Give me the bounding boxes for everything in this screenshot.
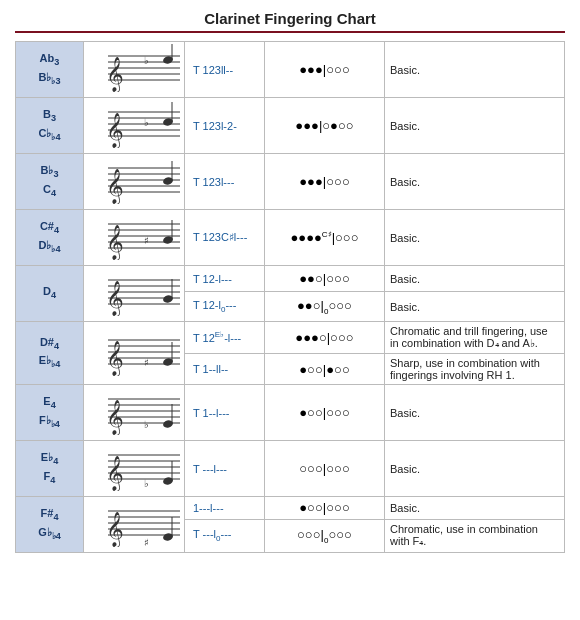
svg-text:𝄞: 𝄞 <box>106 400 124 435</box>
svg-text:𝄞: 𝄞 <box>106 169 124 204</box>
staff-notation: 𝄞 ♯ <box>84 322 185 385</box>
note-description: Basic. <box>385 210 565 266</box>
staff-notation: 𝄞 ♭ <box>84 98 185 154</box>
svg-text:♭: ♭ <box>144 117 149 128</box>
svg-text:𝄞: 𝄞 <box>106 456 124 491</box>
fingering-notation: T 123l--- <box>185 154 265 210</box>
note-label: D4 <box>16 266 84 322</box>
fingering-notation: T 123ll-- <box>185 42 265 98</box>
note-description: Chromatic, use in combination with F₄. <box>385 519 565 552</box>
fingering-diagram: ●○○|●○○ <box>265 354 385 385</box>
fingering-diagram: ○○○|0○○○ <box>265 519 385 552</box>
note-description: Basic. <box>385 292 565 322</box>
fingering-diagram: ●●●|○○○ <box>265 42 385 98</box>
note-description: Basic. <box>385 266 565 292</box>
svg-text:𝄞: 𝄞 <box>106 341 124 376</box>
svg-text:♯: ♯ <box>144 357 149 368</box>
fingering-diagram: ●●●●C♯|○○○ <box>265 210 385 266</box>
note-label: B♭3C4 <box>16 154 84 210</box>
table-row: D#4E♭♭4 𝄞 ♯ T 12E♭-l---●●●○|○○○Chromatic… <box>16 322 565 354</box>
fingering-diagram: ●●●○|○○○ <box>265 322 385 354</box>
fingering-notation: T 123l-2- <box>185 98 265 154</box>
fingering-table: Ab3B♭♭3 𝄞 ♭ T 123ll--●●●|○○○Basic.B3C♭♭4… <box>15 41 565 553</box>
note-label: F#4G♭♭4 <box>16 497 84 553</box>
table-row: D4 𝄞 T 12-l---●●○|○○○Basic. <box>16 266 565 292</box>
fingering-notation: T ---l0--- <box>185 519 265 552</box>
staff-notation: 𝄞 ♯ <box>84 497 185 553</box>
note-label: B3C♭♭4 <box>16 98 84 154</box>
note-description: Chromatic and trill fingering, use in co… <box>385 322 565 354</box>
table-row: B3C♭♭4 𝄞 ♭ T 123l-2-●●●|○●○○Basic. <box>16 98 565 154</box>
fingering-notation: T 12-l0--- <box>185 292 265 322</box>
fingering-notation: T 123C♯l--- <box>185 210 265 266</box>
fingering-diagram: ●○○|○○○ <box>265 497 385 520</box>
note-label: D#4E♭♭4 <box>16 322 84 385</box>
table-row: B♭3C4 𝄞 T 123l---●●●|○○○Basic. <box>16 154 565 210</box>
fingering-diagram: ○○○|○○○ <box>265 441 385 497</box>
table-row: E4F♭♭4 𝄞 ♭ T 1--l---●○○|○○○Basic. <box>16 385 565 441</box>
note-description: Sharp, use in combination with fingering… <box>385 354 565 385</box>
fingering-notation: T 1--ll-- <box>185 354 265 385</box>
fingering-diagram: ●●●|○●○○ <box>265 98 385 154</box>
svg-text:♯: ♯ <box>144 537 149 547</box>
staff-notation: 𝄞 ♯ <box>84 210 185 266</box>
fingering-diagram: ●●○|○○○ <box>265 266 385 292</box>
table-row: F#4G♭♭4 𝄞 ♯ 1---l---●○○|○○○Basic. <box>16 497 565 520</box>
svg-text:♯: ♯ <box>144 235 149 246</box>
fingering-diagram: ●●○|0○○○ <box>265 292 385 322</box>
svg-text:𝄞: 𝄞 <box>106 225 124 260</box>
fingering-notation: 1---l--- <box>185 497 265 520</box>
note-description: Basic. <box>385 154 565 210</box>
svg-text:♭: ♭ <box>144 478 149 489</box>
staff-notation: 𝄞 <box>84 154 185 210</box>
fingering-notation: T 1--l--- <box>185 385 265 441</box>
table-row: Ab3B♭♭3 𝄞 ♭ T 123ll--●●●|○○○Basic. <box>16 42 565 98</box>
staff-notation: 𝄞 <box>84 266 185 322</box>
svg-text:♭: ♭ <box>144 419 149 430</box>
note-label: E4F♭♭4 <box>16 385 84 441</box>
svg-text:♭: ♭ <box>144 55 149 66</box>
svg-text:𝄞: 𝄞 <box>106 57 124 92</box>
note-description: Basic. <box>385 497 565 520</box>
fingering-diagram: ●●●|○○○ <box>265 154 385 210</box>
fingering-notation: T 12E♭-l--- <box>185 322 265 354</box>
staff-notation: 𝄞 ♭ <box>84 42 185 98</box>
page: Clarinet Fingering Chart Ab3B♭♭3 𝄞 ♭ T 1… <box>0 0 580 563</box>
fingering-notation: T ---l--- <box>185 441 265 497</box>
page-title: Clarinet Fingering Chart <box>15 10 565 33</box>
fingering-diagram: ●○○|○○○ <box>265 385 385 441</box>
table-row: E♭4F4 𝄞 ♭ T ---l---○○○|○○○Basic. <box>16 441 565 497</box>
note-label: E♭4F4 <box>16 441 84 497</box>
table-row: C#4D♭♭4 𝄞 ♯ T 123C♯l---●●●●C♯|○○○Basic. <box>16 210 565 266</box>
note-label: Ab3B♭♭3 <box>16 42 84 98</box>
svg-text:𝄞: 𝄞 <box>106 113 124 148</box>
note-description: Basic. <box>385 42 565 98</box>
fingering-notation: T 12-l--- <box>185 266 265 292</box>
note-description: Basic. <box>385 98 565 154</box>
note-label: C#4D♭♭4 <box>16 210 84 266</box>
staff-notation: 𝄞 ♭ <box>84 385 185 441</box>
svg-text:𝄞: 𝄞 <box>106 512 124 547</box>
note-description: Basic. <box>385 441 565 497</box>
svg-text:𝄞: 𝄞 <box>106 281 124 316</box>
staff-notation: 𝄞 ♭ <box>84 441 185 497</box>
note-description: Basic. <box>385 385 565 441</box>
